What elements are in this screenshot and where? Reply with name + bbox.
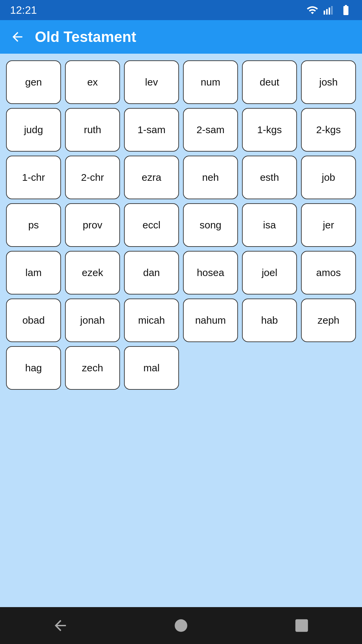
book-button-jer[interactable]: jer (301, 203, 356, 247)
book-button-ps[interactable]: ps (6, 203, 61, 247)
main-content: genexlevnumdeutjoshjudgruth1-sam2-sam1-k… (0, 54, 362, 607)
book-button-prov[interactable]: prov (65, 203, 120, 247)
book-button-nahum[interactable]: nahum (183, 299, 238, 342)
nav-recents-button[interactable] (293, 617, 310, 634)
back-button[interactable] (10, 30, 25, 44)
book-button-zech[interactable]: zech (65, 346, 120, 390)
book-button-dan[interactable]: dan (124, 251, 179, 294)
signal-icon (323, 4, 335, 16)
book-button-lev[interactable]: lev (124, 60, 179, 104)
status-bar: 12:21 (0, 0, 362, 20)
book-button-1-kgs[interactable]: 1-kgs (242, 108, 297, 152)
book-button-micah[interactable]: micah (124, 299, 179, 342)
nav-home-button[interactable] (173, 617, 189, 634)
book-button-gen[interactable]: gen (6, 60, 61, 104)
book-button-2-chr[interactable]: 2-chr (65, 156, 120, 199)
book-button-amos[interactable]: amos (301, 251, 356, 294)
battery-icon (340, 4, 352, 16)
book-button-ezek[interactable]: ezek (65, 251, 120, 294)
book-button-ruth[interactable]: ruth (65, 108, 120, 152)
book-button-mal[interactable]: mal (124, 346, 179, 390)
book-button-deut[interactable]: deut (242, 60, 297, 104)
book-button-zeph[interactable]: zeph (301, 299, 356, 342)
nav-recents-icon (293, 617, 310, 634)
book-button-num[interactable]: num (183, 60, 238, 104)
nav-back-icon (52, 617, 69, 634)
book-button-1-chr[interactable]: 1-chr (6, 156, 61, 199)
nav-home-icon (173, 617, 189, 634)
svg-rect-5 (295, 619, 308, 632)
svg-rect-0 (324, 11, 325, 15)
book-grid: genexlevnumdeutjoshjudgruth1-sam2-sam1-k… (6, 60, 356, 390)
back-icon (10, 30, 25, 44)
book-button-2-kgs[interactable]: 2-kgs (301, 108, 356, 152)
status-time: 12:21 (10, 4, 37, 16)
svg-rect-2 (329, 8, 330, 15)
nav-back-button[interactable] (52, 617, 69, 634)
book-button-job[interactable]: job (301, 156, 356, 199)
book-button-josh[interactable]: josh (301, 60, 356, 104)
book-button-1-sam[interactable]: 1-sam (124, 108, 179, 152)
book-button-lam[interactable]: lam (6, 251, 61, 294)
status-icons (306, 4, 352, 16)
wifi-icon (306, 4, 318, 16)
book-button-eccl[interactable]: eccl (124, 203, 179, 247)
svg-point-4 (175, 619, 187, 632)
book-button-2-sam[interactable]: 2-sam (183, 108, 238, 152)
book-button-jonah[interactable]: jonah (65, 299, 120, 342)
book-button-hag[interactable]: hag (6, 346, 61, 390)
book-button-hab[interactable]: hab (242, 299, 297, 342)
book-button-obad[interactable]: obad (6, 299, 61, 342)
book-button-isa[interactable]: isa (242, 203, 297, 247)
book-button-hosea[interactable]: hosea (183, 251, 238, 294)
app-bar-title: Old Testament (35, 29, 136, 45)
nav-bar (0, 607, 362, 644)
book-button-judg[interactable]: judg (6, 108, 61, 152)
app-bar: Old Testament (0, 20, 362, 54)
book-button-esth[interactable]: esth (242, 156, 297, 199)
book-button-neh[interactable]: neh (183, 156, 238, 199)
book-button-ex[interactable]: ex (65, 60, 120, 104)
book-button-song[interactable]: song (183, 203, 238, 247)
book-button-joel[interactable]: joel (242, 251, 297, 294)
svg-rect-3 (331, 6, 333, 15)
book-button-ezra[interactable]: ezra (124, 156, 179, 199)
svg-rect-1 (326, 9, 328, 15)
